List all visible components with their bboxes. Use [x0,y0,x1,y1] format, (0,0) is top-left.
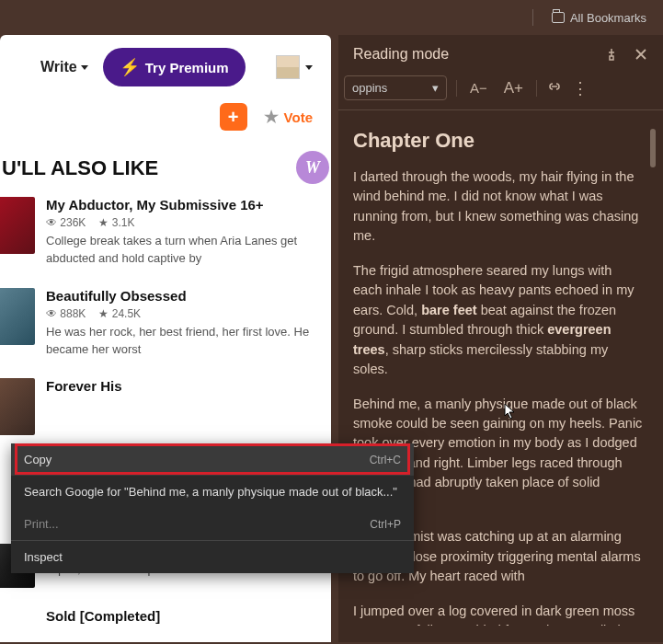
book-cover [0,288,35,345]
ctx-shortcut: Ctrl+C [370,454,401,466]
also-like-heading: U'LL ALSO LIKE [0,144,331,190]
book-cover [0,197,35,254]
chevron-down-icon: ▾ [432,81,439,95]
chevron-down-icon [81,65,88,70]
rec-title: Beautifully Obsessed [46,288,318,304]
rec-stars: 3.1K [112,216,135,229]
eye-icon: 👁 [46,216,57,229]
eye-icon: 👁 [46,307,57,320]
vote-label: Vote [284,109,313,125]
wattpad-badge[interactable]: W [296,151,329,184]
vote-button[interactable]: ★ Vote [264,107,313,127]
paragraph: I jumped over a log covered in dark gree… [353,602,643,626]
rec-desc: He was her rock, her best friend, her fi… [46,324,318,359]
bolt-icon: ⚡ [120,57,140,77]
rec-views: 888K [60,307,86,320]
all-bookmarks-link[interactable]: All Bookmarks [570,11,646,25]
star-icon: ★ [98,216,109,229]
add-button[interactable]: + [220,103,247,131]
rec-title: Forever His [46,378,318,394]
paragraph: The frigid atmosphere seared my lungs wi… [353,261,643,380]
star-icon: ★ [98,307,109,320]
scrollbar-thumb[interactable] [650,129,656,167]
avatar [276,55,300,79]
user-menu[interactable] [276,55,313,79]
write-dropdown[interactable]: Write [40,59,88,75]
context-copy[interactable]: Copy Ctrl+C [11,443,414,476]
pin-icon[interactable] [604,47,619,62]
chevron-down-icon [305,65,313,70]
font-select[interactable]: oppins ▾ [344,75,447,100]
context-search[interactable]: Search Google for "Behind me, a manly ph… [11,476,414,508]
ctx-label: Print... [24,517,59,531]
rec-views: 236K [60,216,86,229]
ctx-label: Copy [24,453,51,466]
rec-title: Sold [Completed] [46,608,318,624]
folder-icon [552,12,565,23]
ctx-label: Search Google for "Behind me, a manly ph… [24,485,397,499]
link-icon[interactable] [546,80,563,97]
context-menu: Copy Ctrl+C Search Google for "Behind me… [11,443,414,573]
context-inspect[interactable]: Inspect [11,541,414,573]
write-label: Write [40,59,77,75]
close-icon[interactable] [634,47,648,62]
rec-title: My Abductor, My Submissive 16+ [46,197,318,213]
premium-label: Try Premium [145,60,229,75]
reading-mode-title: Reading mode [353,46,449,63]
book-cover [0,378,35,435]
paragraph: I darted through the woods, my hair flyi… [353,167,643,247]
font-name: oppins [352,81,387,95]
recommendation-item[interactable]: Beautifully Obsessed 👁 888K ★ 24.5K He w… [0,281,331,372]
font-decrease-button[interactable]: A− [466,80,491,96]
rec-stars: 24.5K [112,307,141,320]
recommendation-item[interactable]: My Abductor, My Submissive 16+ 👁 236K ★ … [0,190,331,281]
chapter-title: Chapter One [353,129,643,153]
more-icon[interactable]: ⋮ [572,78,587,98]
rec-desc: College break takes a turn when Aria Lan… [46,233,318,268]
font-increase-button[interactable]: A+ [500,79,527,98]
ctx-shortcut: Ctrl+P [370,518,401,531]
context-print[interactable]: Print... Ctrl+P [11,508,414,540]
recommendation-item[interactable]: Forever His [0,371,331,448]
try-premium-button[interactable]: ⚡ Try Premium [103,48,246,86]
recommendation-item[interactable]: Sold [Completed] [0,601,331,627]
ctx-label: Inspect [24,550,63,564]
cursor-icon [504,403,517,420]
star-icon: ★ [264,107,279,127]
